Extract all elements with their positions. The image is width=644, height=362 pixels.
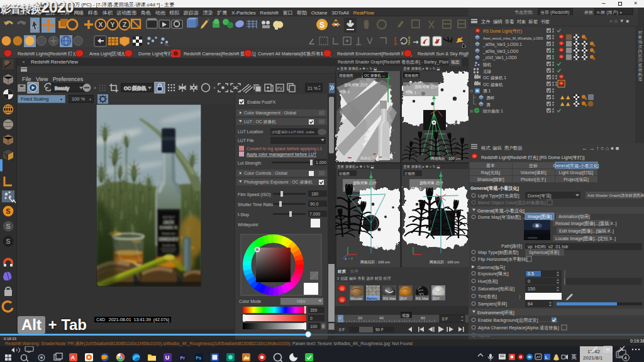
svg-text:Saturation[饱和度]: Saturation[饱和度] [478, 286, 514, 292]
svg-text:359: 359 [310, 308, 318, 312]
svg-text:Flip Horizontal[水平翻转]: Flip Horizontal[水平翻转] [478, 256, 528, 262]
svg-text:XYZ: XYZ [408, 36, 411, 45]
svg-text:Beauty: Beauty [55, 85, 69, 91]
svg-text:选取对象 总计: 选取对象 总计 [419, 180, 443, 185]
svg-text:40: 40 [379, 315, 384, 320]
svg-text:LUT : OC 摄像机: LUT : OC 摄像机 [244, 119, 276, 124]
svg-text:Edit Image[图像]...[编辑 #..]: Edit Image[图像]...[编辑 #..] [559, 228, 614, 234]
svg-text:⊞: ⊞ [470, 109, 474, 113]
svg-text:100: 100 [310, 324, 318, 329]
svg-text:20: 20 [358, 315, 362, 320]
svg-text:64: 64 [528, 301, 533, 307]
svg-text:Shadow[阴影]: Shadow[阴影] [477, 177, 504, 182]
svg-text:HSV: HSV [297, 299, 306, 304]
svg-text:右视图: 右视图 [339, 172, 350, 176]
svg-text:Animation[动画]: Animation[动画] [558, 214, 590, 219]
svg-text:模式 编辑 用户数据: 模式 编辑 用户数据 [481, 145, 523, 151]
svg-text:): ) [519, 293, 520, 299]
svg-text:Light Type[灯光类型]: Light Type[灯光类型] [478, 193, 519, 199]
svg-text:S: S [6, 207, 10, 215]
svg-text:OC 摄像机 1: OC 摄像机 1 [483, 75, 506, 80]
svg-text:英: 英 [571, 354, 577, 360]
svg-text:Color Controls : Global: Color Controls : Global [244, 171, 287, 175]
svg-text:酒 1: 酒 1 [483, 89, 491, 94]
svg-text:Map Type[贴图类型]: Map Type[贴图类型] [478, 250, 518, 255]
svg-text:X: X [98, 21, 103, 28]
svg-text:General[常规-小看汉化]: General[常规-小看汉化] [477, 208, 525, 214]
svg-text:Reload Image[图像]...[重载 #..]: Reload Image[图像]...[重载 #..] [555, 221, 616, 226]
svg-text:PV: PV [277, 86, 282, 90]
svg-text:随机: 随机 [483, 62, 492, 67]
svg-text:LUT File: LUT File [238, 138, 254, 143]
svg-text:Ps: Ps [196, 356, 202, 360]
svg-text:克隆: 克隆 [483, 69, 492, 74]
svg-text:21 %: 21 % [308, 86, 318, 90]
svg-text:~ WMMM ~: ~ WMMM ~ [525, 236, 540, 239]
svg-text:Redshift Sun & Sky Rig[Redsh: Redshift Sun & Sky Rig[Redsh [418, 51, 469, 57]
svg-text:细分曲面 1: 细分曲面 1 [482, 109, 503, 114]
svg-text:Y: Y [110, 21, 115, 28]
svg-text:Redshift Light[Redshift 灯光] [R: Redshift Light[Redshift 灯光] [RS Dome Lig… [481, 155, 585, 160]
svg-text:|15是\ED-LUT-003. cube: |15是\ED-LUT-003. cube [272, 129, 314, 134]
svg-text:基本: 基本 [486, 163, 495, 168]
svg-text:_a09a_Var3_LOD0.1: _a09a_Var3_LOD0.1 [482, 42, 522, 47]
svg-text:Photon[光子]: Photon[光子] [521, 177, 546, 182]
svg-text:L: L [545, 354, 548, 360]
svg-text:▲ ─ z: ▲ ─ z [344, 256, 353, 260]
svg-text:Tint[着色]: Tint[着色] [478, 293, 497, 299]
svg-text:F5R: F5R [394, 36, 397, 46]
svg-text:酒liF: 酒liF [432, 297, 440, 301]
svg-text:A: A [70, 354, 75, 361]
svg-text:Pr: Pr [180, 356, 186, 360]
svg-text:7.000: 7.000 [309, 212, 320, 216]
svg-text:S: S [6, 222, 10, 230]
svg-text:Color Mode: Color Mode [239, 299, 261, 304]
svg-text:Woode: Woode [350, 297, 363, 300]
svg-text:2021/8/1: 2021/8/1 [583, 355, 603, 361]
svg-text:≡ 查看 摄像机 ▸ ✥ ⟡ ↻ ⬓: ≡ 查看 摄像机 ▸ ✥ ⟡ ↻ ⬓ [337, 67, 377, 71]
svg-text:选取对象 总计: 选取对象 总计 [344, 82, 368, 87]
svg-text:S: S [319, 21, 325, 30]
svg-text:90.0: 90.0 [310, 202, 318, 206]
svg-text:透视视图: 透视视图 [404, 74, 418, 78]
svg-text:Samples[采样]: Samples[采样] [478, 301, 507, 307]
svg-text:网格间距 : 100 cm: 网格间距 : 100 cm [430, 260, 459, 265]
svg-text:0: 0 [339, 315, 341, 320]
svg-text:透视视图: 透视视图 [339, 74, 353, 78]
svg-text:网格间距 : 100 cm: 网格间距 : 100 cm [431, 156, 460, 161]
svg-text:坐标: 坐标 [529, 163, 538, 168]
svg-text:_c0cf_Var1_LOD0: _c0cf_Var1_LOD0 [482, 55, 517, 60]
svg-text:S: S [6, 238, 10, 245]
svg-text:酒杯: 酒杯 [486, 96, 495, 101]
svg-text:1.000: 1.000 [316, 160, 326, 165]
svg-text:Whitepoint: Whitepoint [238, 222, 258, 228]
svg-text:← → ↑ ○ ⌂ ● ■: ← → ↑ ○ ⌂ ● ■ [582, 145, 619, 151]
svg-text:Exposure[曝光]: Exposure[曝光] [478, 271, 509, 277]
svg-text:Enable PostFX: Enable PostFX [247, 100, 276, 104]
svg-text:Film Speed (ISO): Film Speed (ISO) [238, 192, 271, 197]
svg-text:80: 80 [421, 315, 425, 320]
svg-text:RS Mat: RS Mat [416, 297, 428, 300]
svg-text:4: 4 [625, 356, 627, 360]
svg-text:Dome Map[穹顶贴图] ...: Dome Map[穹顶贴图] ... [478, 214, 526, 220]
svg-text:Path[路径]: Path[路径] [501, 243, 522, 249]
svg-text:Z: Z [123, 21, 127, 28]
svg-text:Spherical[球形]: Spherical[球形] [529, 250, 559, 255]
svg-text:Shutter Time Ratio: Shutter Time Ratio [238, 202, 274, 207]
svg-text:Light Group[灯组]: Light Group[灯组] [559, 170, 594, 175]
svg-text:0: 0 [310, 316, 313, 321]
svg-text:Add Shader Graph[添加材质图表]: Add Shader Graph[添加材质图表] [587, 193, 644, 198]
svg-text:_a09a_Var3_LOD0: _a09a_Var3_LOD0 [482, 49, 519, 54]
svg-text:选取对象 总计: 选取对象 总计 [414, 84, 438, 89]
svg-text:0 F: 0 F [339, 327, 345, 332]
svg-text:Gamma[伽马]: Gamma[伽马] [477, 265, 505, 270]
svg-text:90 F: 90 F [375, 327, 384, 332]
svg-text:Volume[体积]: Volume[体积] [520, 170, 546, 175]
svg-text:RS Dome Light(穹灯): RS Dome Light(穹灯) [483, 29, 522, 34]
svg-text:Ray[光线]: Ray[光线] [481, 170, 500, 175]
svg-text:RS Mat: RS Mat [383, 297, 396, 300]
svg-text:Enable Background[启用背景] . . .: Enable Background[启用背景] . . . . . . . . [478, 317, 558, 323]
svg-text:Image[图像]: Image[图像] [528, 214, 552, 219]
svg-text:OC 摄像机 ↔: OC 摄像机 ↔ [364, 74, 386, 77]
svg-text:OC 摄像机: OC 摄像机 [124, 85, 147, 91]
